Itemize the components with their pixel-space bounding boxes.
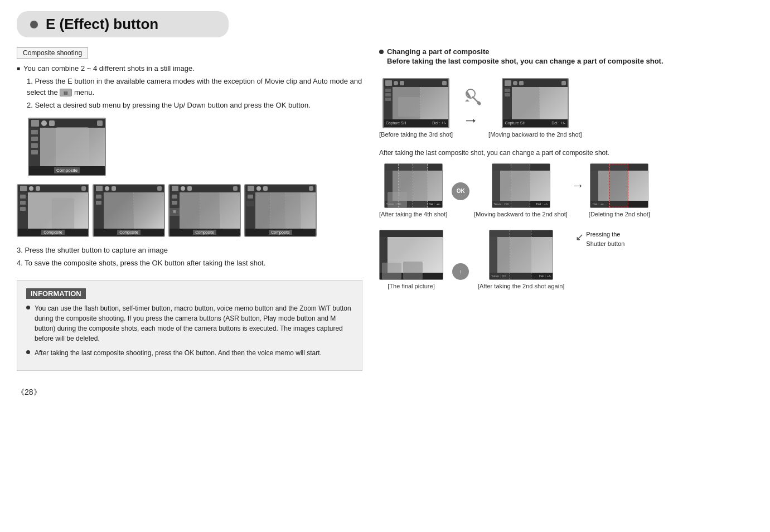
nav-button-icon: ↕ [452,263,469,280]
final2-caption: [After taking the 2nd shot again] [478,282,564,291]
camera-screen-main: Composite [28,118,106,176]
screen-1: Composite [17,184,89,237]
page-header: E (Effect) button [17,11,229,37]
arrow-area: → [459,87,482,129]
del-label-4th: Del : +/- [428,202,440,206]
moving-back-caption: [Moving backward to the 2nd shot] [488,130,582,139]
cam-2nd-again: Save : OK Del : +/- [489,230,553,280]
pressing-text-2: Shutter button [586,239,624,249]
screen-2: Composite [93,184,165,237]
cam-moving-backward: Capture SH Del : +/- [502,78,569,128]
screen-3: ⊞ Composite [168,184,241,237]
header-dot [30,21,38,28]
screen-4: Composite [244,184,317,237]
cam-4th: Save : OK Del : +/- [384,163,443,208]
multi-step-row: Save : OK Del : +/- [After taking the 4t… [379,163,753,219]
final-picture-screen: [The final picture] [379,230,443,291]
step-2: 2. Select a desired sub menu by pressing… [27,100,362,111]
del-label-before: Del : +/- [432,121,446,125]
before-caption: [Before taking the 3rd shot] [379,130,453,139]
four-screens-row: Composite [17,184,362,237]
info-text-2: After taking the last composite shooting… [35,348,322,358]
arrow-right-2: → [572,178,584,193]
step-1-text: 1. Press the E button in the available c… [27,77,362,96]
ok-nav-icon: OK [452,182,469,200]
section-label: Composite shooting [17,47,88,59]
pressing-label: ↙ Pressing the Shutter button [575,224,624,248]
left-column: Composite shooting You can combine 2 ~ 4… [17,47,362,398]
info-item-1: You can use the flash button, self-timer… [26,303,353,344]
edit-icon [459,87,482,109]
svg-marker-2 [465,99,469,101]
deleting-2nd-screen: Del : +/- [Deleting the 2nd shot] [589,163,650,219]
right-column: Changing a part of composite Before taki… [379,47,753,398]
step-3: 3. Press the shutter button to capture a… [17,245,362,256]
final-caption: [The final picture] [388,282,434,291]
info-item-2: After taking the last composite shooting… [26,348,353,358]
after-desc: After taking the last composite shot, yo… [379,148,753,158]
moving-2nd-screen: Save : OK Del : +/- [Moving backward to … [474,163,568,219]
arrow-right-1: → [463,112,478,129]
steps-list: 1. Press the E button in the available c… [27,76,362,111]
moving-backward-screen: Capture SH Del : +/- [Moving backward to… [488,78,582,139]
step3-caption: [Deleting the 2nd shot] [589,210,650,219]
step-4: 4. To save the composite shots, press th… [17,258,362,269]
instructions: You can combine 2 ~ 4 different shots in… [17,64,362,111]
del-label-moving: Del : +/- [551,121,565,125]
cam-deleting-2nd: Del : +/- [590,163,648,208]
screen-2-label: Composite [117,230,140,235]
after-4th-screen: Save : OK Del : +/- [After taking the 4t… [379,163,447,219]
before-3rd-screen: Capture SH Del : +/- [Before taking the … [379,78,453,139]
pressing-text-1: Pressing the [586,230,624,239]
main-layout: Composite shooting You can combine 2 ~ 4… [17,47,753,398]
step1-caption: [After taking the 4th shot] [379,210,447,219]
nav-button-area: ↕ [452,263,469,280]
bottom-row: [The final picture] ↕ [379,230,564,291]
ok-button-area: OK [452,182,469,200]
page-title: E (Effect) button [46,16,158,33]
del-again: Del : +/- [539,274,551,278]
page-number: 《28》 [17,388,362,398]
right-section-header: Changing a part of composite Before taki… [379,47,753,74]
right-section-desc: Before taking the last composite shot, y… [387,56,664,67]
right-section-title: Changing a part of composite [387,47,664,56]
screen-4-label: Composite [269,230,292,235]
steps-34: 3. Press the shutter button to capture a… [17,245,362,269]
del-label-2nd: Del : +/- [536,202,548,206]
info-text-1: You can use the flash button, self-timer… [35,303,353,344]
second-shot-again-screen: Save : OK Del : +/- [After taking the 2n… [478,230,564,291]
before-moving-row: Capture SH Del : +/- [Before taking the … [379,78,753,139]
cam-moving-2nd: Save : OK Del : +/- [492,163,550,208]
info-box: INFORMATION You can use the flash button… [17,280,362,371]
step2-caption: [Moving backward to the 2nd shot] [474,210,568,219]
main-bullet-text: You can combine 2 ~ 4 different shots in… [23,64,195,72]
cam-final [379,230,443,280]
main-bullet: You can combine 2 ~ 4 different shots in… [17,64,362,72]
cam-before-3rd: Capture SH Del : +/- [382,78,449,128]
bottom-section: [The final picture] ↕ [379,224,753,291]
info-title: INFORMATION [26,288,86,299]
step-2-text: 2. Select a desired sub menu by pressing… [27,101,311,109]
composite-label-main: Composite [54,167,80,173]
screen-1-label: Composite [41,230,64,235]
capture-label-before: Capture SH [386,121,406,125]
down-arrow-icon: ↙ [575,230,584,245]
screen-3-label: Composite [193,230,216,235]
capture-label-moving: Capture SH [505,121,526,125]
step-1: 1. Press the E button in the available c… [27,76,362,98]
